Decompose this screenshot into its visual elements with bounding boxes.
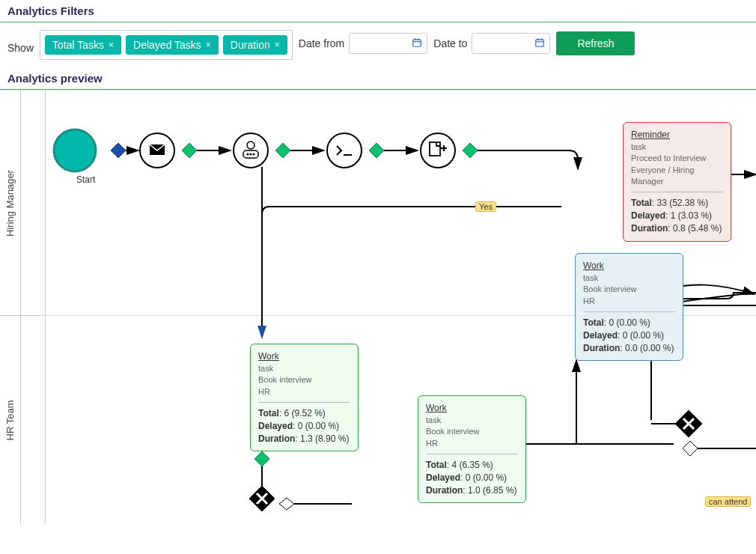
card-duration: Duration: 0.0 (0.00 %) — [583, 342, 675, 355]
analytics-filters-title: Analytics Filters — [0, 0, 756, 22]
swimlane-hiring-manager: Hiring Manager — [0, 91, 21, 315]
lane-divider — [21, 315, 45, 316]
card-total: Total: 4 (6.35 %) — [426, 459, 518, 472]
calendar-icon[interactable] — [412, 37, 422, 50]
gateway-small-icon — [279, 498, 294, 510]
gateway-icon — [254, 451, 269, 466]
envelope-icon — [150, 144, 165, 155]
calendar-icon[interactable] — [534, 37, 545, 50]
close-icon[interactable]: × — [206, 40, 211, 50]
swimlane-label: HR Team — [4, 401, 16, 441]
card-duration: Duration: 0.8 (5.48 %) — [631, 222, 723, 235]
filter-row: Show Total Tasks × Delayed Tasks × Durat… — [0, 22, 756, 67]
card-desc: Book interview — [583, 284, 675, 295]
card-type: task — [583, 273, 675, 284]
card-total: Total: 6 (9.52 %) — [258, 407, 350, 420]
script-task-icon — [327, 133, 362, 168]
work-card-2[interactable]: Work task Book interview HR Total: 4 (6.… — [418, 395, 526, 503]
card-who: HR — [583, 296, 675, 307]
card-type: task — [426, 415, 518, 426]
gateway-icon — [369, 143, 384, 158]
card-type: task — [631, 141, 723, 153]
date-to-group: Date to — [433, 33, 550, 54]
card-title: Work — [426, 402, 518, 415]
card-duration: Duration: 1.3 (8.90 %) — [258, 433, 350, 445]
card-desc: Book interview — [426, 426, 518, 437]
card-delayed: Delayed: 0 (0.00 %) — [258, 420, 350, 433]
chip-duration[interactable]: Duration × — [223, 35, 287, 55]
close-icon[interactable]: × — [109, 40, 114, 50]
close-icon[interactable]: × — [275, 40, 280, 50]
date-to-input[interactable] — [472, 33, 550, 54]
gateway-icon — [275, 143, 290, 158]
start-label: Start — [76, 174, 95, 185]
exclusive-gateway-icon — [675, 410, 702, 437]
card-desc: Book interview — [258, 374, 350, 386]
gateway-icon — [111, 143, 126, 158]
chip-total-tasks[interactable]: Total Tasks × — [45, 35, 121, 55]
card-title: Work — [583, 260, 675, 273]
chip-label: Total Tasks — [52, 39, 104, 51]
start-event-icon — [54, 130, 96, 171]
card-delayed: Delayed: 1 (3.03 %) — [631, 210, 723, 222]
card-title: Work — [258, 350, 350, 363]
card-type: task — [258, 363, 350, 374]
can-attend-badge: can attend — [705, 496, 751, 507]
card-who: Everyone / Hiring Manager — [631, 165, 723, 188]
swimlane-hr-team: HR Team — [0, 315, 21, 524]
svg-point-13 — [247, 153, 249, 156]
refresh-button[interactable]: Refresh — [556, 31, 635, 55]
chip-label: Duration — [231, 39, 270, 51]
work-card-blue[interactable]: Work task Book interview HR Total: 0 (0.… — [575, 253, 683, 361]
work-card-1[interactable]: Work task Book interview HR Total: 6 (9.… — [250, 344, 359, 451]
gateway-icon — [182, 143, 197, 158]
date-from-group: Date from — [299, 33, 427, 54]
card-who: HR — [258, 386, 350, 398]
date-from-input[interactable] — [349, 33, 427, 54]
analytics-preview-title: Analytics preview — [0, 67, 756, 90]
svg-rect-0 — [413, 39, 421, 46]
card-total: Total: 0 (0.00 %) — [583, 317, 675, 329]
show-label: Show — [7, 42, 34, 54]
card-title: Reminder — [631, 129, 723, 141]
gateway-icon — [463, 143, 478, 158]
swimlane-label: Hiring Manager — [4, 170, 16, 237]
date-to-label: Date to — [433, 37, 467, 49]
yes-badge: Yes — [475, 201, 496, 212]
create-task-icon — [421, 133, 455, 168]
card-duration: Duration: 1.0 (6.85 %) — [426, 484, 518, 497]
card-total: Total: 33 (52.38 %) — [631, 197, 723, 210]
exclusive-gateway-icon — [249, 486, 275, 511]
card-delayed: Delayed: 0 (0.00 %) — [583, 329, 675, 342]
chip-label: Delayed Tasks — [133, 39, 201, 51]
svg-rect-4 — [536, 39, 544, 46]
gateway-small-icon — [683, 441, 698, 456]
date-from-label: Date from — [299, 37, 344, 49]
reminder-card[interactable]: Reminder task Proceed to Interview Every… — [623, 122, 731, 242]
preview-area: Hiring Manager HR Team — [0, 90, 756, 524]
svg-point-15 — [253, 153, 255, 156]
card-who: HR — [426, 438, 518, 449]
card-desc: Proceed to Interview — [631, 153, 723, 164]
card-delayed: Delayed: 0 (0.00 %) — [426, 472, 518, 484]
filter-chip-box[interactable]: Total Tasks × Delayed Tasks × Duration × — [40, 30, 293, 60]
svg-point-14 — [250, 153, 252, 156]
chip-delayed-tasks[interactable]: Delayed Tasks × — [126, 35, 219, 55]
